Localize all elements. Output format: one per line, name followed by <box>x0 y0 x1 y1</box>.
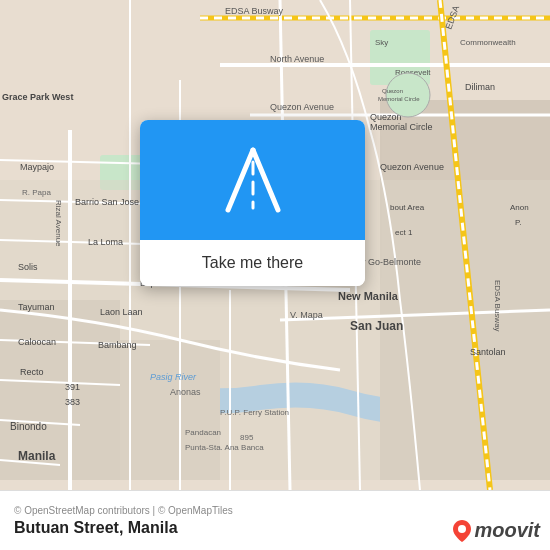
svg-text:Manila: Manila <box>18 449 56 463</box>
svg-text:Anon: Anon <box>510 203 529 212</box>
svg-text:Diliman: Diliman <box>465 82 495 92</box>
svg-text:Quezon: Quezon <box>382 88 403 94</box>
svg-text:ect 1: ect 1 <box>395 228 413 237</box>
svg-text:Recto: Recto <box>20 367 44 377</box>
svg-text:391: 391 <box>65 382 80 392</box>
svg-text:Sky: Sky <box>375 38 388 47</box>
svg-text:Solis: Solis <box>18 262 38 272</box>
svg-text:Punta-Sta. Ana Banca: Punta-Sta. Ana Banca <box>185 443 264 452</box>
svg-text:Pandacan: Pandacan <box>185 428 221 437</box>
svg-text:R. Papa: R. Papa <box>22 188 51 197</box>
map-container: EDSA Busway North Avenue Quezon Avenue E… <box>0 0 550 490</box>
svg-text:Quezon Avenue: Quezon Avenue <box>270 102 334 112</box>
svg-text:Commonwealth: Commonwealth <box>460 38 516 47</box>
svg-text:San Juan: San Juan <box>350 319 403 333</box>
bottom-bar: © OpenStreetMap contributors | © OpenMap… <box>0 490 550 550</box>
svg-text:Maypajo: Maypajo <box>20 162 54 172</box>
svg-text:Anonas: Anonas <box>170 387 201 397</box>
road-icon <box>213 140 293 220</box>
svg-text:EDSA Busway: EDSA Busway <box>493 280 502 332</box>
moovit-logo: moovit <box>453 519 540 542</box>
svg-point-64 <box>386 73 430 117</box>
svg-text:V. Mapa: V. Mapa <box>290 310 323 320</box>
svg-text:Caloocan: Caloocan <box>18 337 56 347</box>
moovit-text: moovit <box>474 519 540 542</box>
svg-text:EDSA Busway: EDSA Busway <box>225 6 284 16</box>
svg-text:North Avenue: North Avenue <box>270 54 324 64</box>
svg-text:La Loma: La Loma <box>88 237 123 247</box>
svg-text:bout Area: bout Area <box>390 203 425 212</box>
svg-text:P.: P. <box>515 218 522 227</box>
svg-text:P.U.P. Ferry Station: P.U.P. Ferry Station <box>220 408 289 417</box>
svg-text:383: 383 <box>65 397 80 407</box>
svg-text:Bambang: Bambang <box>98 340 137 350</box>
moovit-pin-icon <box>453 520 471 542</box>
svg-text:Tayuman: Tayuman <box>18 302 55 312</box>
svg-text:New Manila: New Manila <box>338 290 399 302</box>
svg-text:Barrio San Jose: Barrio San Jose <box>75 197 139 207</box>
svg-line-67 <box>228 150 253 210</box>
svg-line-68 <box>253 150 278 210</box>
svg-text:Binondo: Binondo <box>10 421 47 432</box>
svg-text:Laon Laan: Laon Laan <box>100 307 143 317</box>
svg-text:895: 895 <box>240 433 254 442</box>
svg-text:Pasig River: Pasig River <box>150 372 197 382</box>
svg-text:Rizal Avenue: Rizal Avenue <box>54 200 63 247</box>
svg-text:Grace Park West: Grace Park West <box>2 92 73 102</box>
svg-text:Memorial Circle: Memorial Circle <box>370 122 433 132</box>
map-attribution: © OpenStreetMap contributors | © OpenMap… <box>14 505 536 516</box>
svg-text:Memorial Circle: Memorial Circle <box>378 96 420 102</box>
take-me-there-button[interactable]: Take me there <box>140 240 365 286</box>
card-icon-area <box>140 120 365 240</box>
navigation-card: Take me there <box>140 120 365 286</box>
svg-text:Quezon Avenue: Quezon Avenue <box>380 162 444 172</box>
svg-point-72 <box>458 525 466 533</box>
svg-text:Santolan: Santolan <box>470 347 506 357</box>
